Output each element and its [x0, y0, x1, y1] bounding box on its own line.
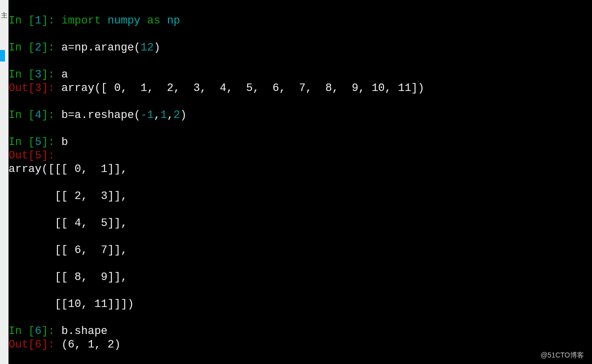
watermark: @51CTO博客 [540, 351, 584, 360]
ipython-terminal[interactable]: In [1]: import numpy as np In [2]: a=np.… [8, 0, 592, 364]
active-line-marker [0, 50, 5, 62]
left-gutter [0, 0, 8, 364]
